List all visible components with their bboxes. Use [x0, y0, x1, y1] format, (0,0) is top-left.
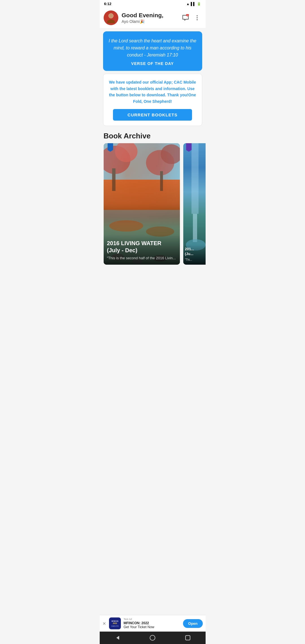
svg-text:2022: 2022: [113, 622, 117, 624]
home-nav-button[interactable]: [144, 632, 161, 643]
svg-rect-12: [112, 168, 116, 191]
book-card-title-2: 201...(Ju...: [185, 247, 206, 256]
header: Good Evening, Ayo Olami🎉 +: [100, 8, 206, 28]
back-nav-button[interactable]: [109, 632, 125, 643]
update-text: We have updated our official App; CAC Mo…: [107, 79, 198, 105]
status-icons: ▲ ▌▌ 🔋: [186, 2, 201, 6]
app-name-highlight: CAC Mobile: [173, 80, 196, 84]
wifi-icon: ▲: [186, 2, 190, 6]
svg-point-2: [109, 14, 113, 18]
header-text: Good Evening, Ayo Olami🎉: [122, 12, 177, 24]
update-text-part2: with the latest booklets and information…: [109, 86, 196, 104]
svg-marker-28: [116, 636, 119, 640]
svg-rect-30: [186, 636, 190, 640]
ad-open-button[interactable]: Open: [183, 619, 202, 628]
ad-label: Test Ad: [124, 618, 180, 621]
svg-rect-13: [160, 171, 163, 191]
greeting-title: Good Evening,: [122, 12, 177, 19]
ad-logo: MFINCON 2022 CHARLOTTE: [109, 617, 121, 629]
signal-icon: ▌▌: [191, 2, 195, 6]
book-card-1[interactable]: 2016 LIVING WATER(July - Dec) "This is t…: [104, 143, 180, 265]
book-archive-title: Book Archive: [100, 129, 206, 143]
book-card-desc-2: "Thi...: [185, 258, 206, 262]
ad-content: Test Ad MFINCON: 2022 Get Your Ticket No…: [124, 618, 180, 629]
svg-rect-21: [191, 143, 199, 214]
ad-subtitle: Get Your Ticket Now: [124, 625, 180, 629]
greeting-user: Ayo Olami🎉: [122, 19, 177, 24]
verse-card: I the Lord search the heart and examine …: [103, 31, 202, 71]
book-card-overlay-2: 201...(Ju... "Thi...: [183, 245, 206, 265]
svg-point-5: [197, 15, 198, 16]
svg-point-7: [197, 19, 198, 20]
svg-text:MFINCON: MFINCON: [112, 620, 118, 622]
message-button[interactable]: +: [181, 13, 190, 23]
update-card: We have updated our official App; CAC Mo…: [103, 74, 202, 126]
svg-point-29: [150, 635, 155, 640]
book-card-title-1: 2016 LIVING WATER(July - Dec): [107, 240, 177, 254]
svg-text:CHARLOTTE: CHARLOTTE: [111, 625, 118, 627]
header-actions: +: [181, 13, 202, 23]
avatar: [104, 10, 118, 25]
ad-close-button[interactable]: ✕: [103, 621, 106, 626]
book-card-overlay-1: 2016 LIVING WATER(July - Dec) "This is t…: [104, 235, 180, 265]
ad-title: MFINCON: 2022: [124, 621, 180, 625]
svg-rect-22: [193, 214, 197, 242]
current-booklets-button[interactable]: CURRENT BOOKLETS: [113, 109, 192, 121]
svg-point-6: [197, 17, 198, 18]
update-text-part1: We have updated our official App;: [109, 80, 173, 84]
verse-text: I the Lord search the heart and examine …: [108, 38, 197, 58]
book-archive-scroll: 2016 LIVING WATER(July - Dec) "This is t…: [100, 143, 206, 265]
book-card-2[interactable]: 201...(Ju... "Thi...: [183, 143, 206, 265]
bookmark-corner-2: [186, 143, 192, 152]
status-bar: 6:12 ▲ ▌▌ 🔋: [100, 0, 206, 8]
bookmark-corner-1: [108, 143, 113, 152]
verse-label: VERSE OF THE DAY: [108, 61, 197, 66]
status-time: 6:12: [104, 2, 112, 6]
bottom-nav: [100, 632, 206, 644]
svg-point-15: [109, 220, 143, 232]
svg-point-1: [107, 19, 115, 23]
ad-banner: ✕ MFINCON 2022 CHARLOTTE Test Ad MFINCON…: [100, 615, 206, 632]
book-card-desc-1: "This is the second half of the 2016 Liv…: [107, 256, 177, 261]
recent-nav-button[interactable]: [180, 632, 196, 643]
battery-icon: 🔋: [197, 2, 201, 6]
svg-text:+: +: [187, 14, 188, 16]
more-button[interactable]: [193, 13, 202, 22]
